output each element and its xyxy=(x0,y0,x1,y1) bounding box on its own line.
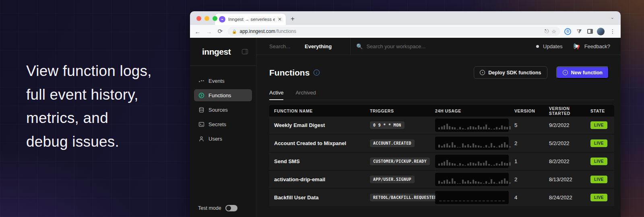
tab-strip-chevron-icon[interactable]: ⌄ xyxy=(611,15,614,20)
trigger-badge: APP/USER.SIGNUP xyxy=(370,176,415,183)
usage-bar xyxy=(499,145,500,147)
sidebar-item-functions[interactable]: Functions xyxy=(194,89,252,101)
trigger-cell: 0 9 * * MON xyxy=(365,121,430,129)
page-title: Functions xyxy=(269,68,310,78)
sidebar-item-users[interactable]: Users xyxy=(194,133,252,145)
back-button[interactable]: ← xyxy=(194,28,201,35)
profile-avatar[interactable] xyxy=(597,28,605,35)
share-icon[interactable]: ⎋ xyxy=(545,28,549,35)
table-row[interactable]: Send SMSCUSTOMER/PICKUP.READY18/2/2022LI… xyxy=(269,153,614,171)
usage-bar xyxy=(473,163,474,166)
tab-close-icon[interactable]: ✕ xyxy=(278,16,282,22)
usage-bar xyxy=(501,144,503,147)
updates-link[interactable]: Updates xyxy=(543,43,562,49)
usage-bar xyxy=(441,146,443,147)
test-mode-toggle[interactable] xyxy=(225,205,237,211)
table-row[interactable]: Weekly Email Digest0 9 * * MON59/2/2022L… xyxy=(269,117,614,135)
usage-bar xyxy=(444,144,445,147)
usage-bar xyxy=(509,182,511,184)
function-name[interactable]: Backfill User Data xyxy=(269,194,365,201)
feedback-link[interactable]: Feedback? xyxy=(584,43,610,49)
reload-button[interactable]: ⟳ xyxy=(217,28,224,35)
function-name[interactable]: Account Created to Mixpanel xyxy=(269,140,365,146)
table-row[interactable]: Account Created to MixpanelACCOUNT.CREAT… xyxy=(269,135,614,153)
live-status-badge: LIVE xyxy=(590,158,607,165)
table-row[interactable]: activation-drip-emailAPP/USER.SIGNUP28/1… xyxy=(269,171,614,189)
usage-bar xyxy=(491,129,492,129)
search-label: Search... xyxy=(269,43,290,49)
usage-bar xyxy=(483,163,485,166)
new-function-button[interactable]: › New function xyxy=(556,66,609,79)
usage-cell xyxy=(430,173,510,186)
sidebar-item-sources[interactable]: Sources xyxy=(194,104,252,116)
forward-button[interactable]: → xyxy=(205,28,213,35)
usage-bar xyxy=(491,165,492,166)
usage-bar xyxy=(467,127,469,129)
sidebar-item-events[interactable]: Events xyxy=(194,75,252,87)
live-status-badge: LIVE xyxy=(590,121,607,129)
trigger-badge: CUSTOMER/PICKUP.READY xyxy=(370,158,430,165)
deploy-sdk-functions-button[interactable]: › Deploy SDK functions xyxy=(474,66,547,79)
usage-sparkline-chart xyxy=(435,155,509,168)
usage-bar xyxy=(441,163,443,166)
bookmark-star-icon[interactable]: ☆ xyxy=(551,29,556,35)
usage-bar xyxy=(480,182,482,184)
logo-row: inngest xyxy=(190,38,256,66)
usage-bar xyxy=(457,147,458,147)
tab-active[interactable]: Active xyxy=(269,90,283,100)
traffic-lights[interactable] xyxy=(196,16,217,21)
usage-bar xyxy=(483,147,485,147)
function-name[interactable]: activation-drip-email xyxy=(269,176,365,182)
address-bar[interactable]: 🔒 app.inngest.com/functions ⎋ ☆ xyxy=(228,27,560,36)
usage-bar xyxy=(501,180,503,184)
usage-bar xyxy=(493,129,495,129)
function-name[interactable]: Weekly Email Digest xyxy=(269,122,365,128)
workspace-search[interactable]: 🔍 xyxy=(356,43,536,49)
info-icon[interactable]: i xyxy=(314,70,320,76)
close-window-button[interactable] xyxy=(196,16,201,21)
collapse-sidebar-icon[interactable] xyxy=(242,49,248,54)
usage-bar xyxy=(478,162,479,166)
browser-tab[interactable]: ⌁ Inngest → serverless event-dri ✕ xyxy=(215,14,286,25)
sidebar-panel-icon[interactable] xyxy=(587,29,593,34)
usage-bar xyxy=(470,126,471,129)
sidebar-item-label: Events xyxy=(208,78,225,84)
usage-bar xyxy=(459,147,461,147)
browser-menu-icon[interactable]: ⋮ xyxy=(609,28,617,35)
column-header: VERSION STARTED xyxy=(544,106,586,116)
workspace-topbar: Search... Everything 🔍 Updates 📢 Feedbac… xyxy=(256,38,621,55)
usage-cell xyxy=(430,191,510,204)
function-name[interactable]: Send SMS xyxy=(269,158,365,164)
trigger-cell: APP/USER.SIGNUP xyxy=(365,176,430,183)
usage-bar xyxy=(501,125,503,129)
minimize-window-button[interactable] xyxy=(204,16,209,21)
hero-line: debug issues. xyxy=(26,130,152,154)
usage-bar xyxy=(480,163,482,166)
usage-bar xyxy=(478,182,479,184)
usage-bar xyxy=(446,180,448,184)
column-header: TRIGGERS xyxy=(365,108,430,113)
column-header: FUNCTION NAME xyxy=(269,108,365,113)
search-scope-everything[interactable]: Everything xyxy=(305,43,332,49)
version-started-date: 8/24/2022 xyxy=(544,194,586,201)
onepassword-extension-icon[interactable]: ① xyxy=(564,28,571,35)
new-tab-button[interactable]: + xyxy=(291,15,295,23)
maximize-window-button[interactable] xyxy=(213,16,217,21)
usage-bar xyxy=(464,145,466,147)
usage-bar xyxy=(496,183,497,184)
usage-bar xyxy=(457,165,458,166)
tab-title: Inngest → serverless event-dri xyxy=(228,17,275,22)
usage-bar xyxy=(491,179,492,184)
workspace-search-input[interactable] xyxy=(366,43,471,49)
inngest-favicon-icon: ⌁ xyxy=(219,16,225,23)
extensions-puzzle-icon[interactable]: ⧩ xyxy=(575,28,583,35)
tab-archived[interactable]: Archived xyxy=(295,90,316,100)
usage-bar xyxy=(493,165,495,166)
usage-bar xyxy=(452,142,453,147)
updates-dot-icon xyxy=(536,45,539,48)
sidebar-item-secrets[interactable]: Secrets xyxy=(194,118,252,130)
lock-icon[interactable]: 🔒 xyxy=(232,29,237,34)
table-row[interactable]: Backfill User DataRETOOL/BACKFILL.REQUES… xyxy=(269,189,614,207)
table-body: Weekly Email Digest0 9 * * MON59/2/2022L… xyxy=(269,117,614,207)
usage-bar xyxy=(496,127,497,129)
